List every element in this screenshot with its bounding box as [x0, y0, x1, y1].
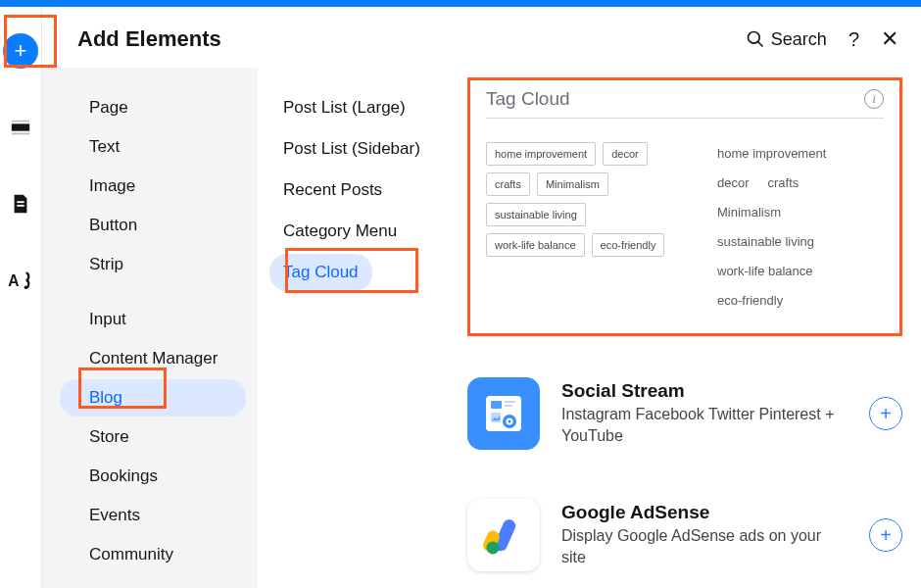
panel-title: Add Elements [77, 26, 221, 52]
tag-pill: sustainable living [486, 203, 586, 226]
google-adsense-icon [467, 499, 540, 571]
svg-rect-1 [12, 121, 29, 122]
app-card-social-stream: Social Stream Instagram Facebook Twitter… [467, 366, 902, 462]
svg-rect-10 [491, 401, 502, 409]
svg-point-6 [24, 286, 28, 290]
svg-rect-12 [505, 405, 512, 407]
rail-pages-button[interactable] [0, 183, 41, 224]
social-stream-icon [467, 377, 540, 450]
svg-point-16 [509, 420, 511, 423]
app-card-google-adsense: Google AdSense Display Google AdSense ad… [467, 487, 902, 583]
category-button[interactable]: Button [60, 207, 246, 244]
category-community[interactable]: Community [60, 536, 246, 573]
category-strip[interactable]: Strip [60, 246, 246, 283]
category-events[interactable]: Events [60, 497, 246, 534]
tag-pill: decor [603, 142, 648, 166]
rail-sections-button[interactable] [0, 107, 41, 148]
tag-pill: crafts [486, 172, 530, 196]
rail-add-button[interactable]: + [0, 30, 41, 72]
svg-line-8 [757, 42, 762, 47]
sections-icon [10, 117, 31, 138]
info-icon[interactable]: i [864, 89, 884, 109]
help-button[interactable]: ? [848, 28, 859, 51]
add-social-stream-button[interactable]: + [869, 397, 902, 430]
content-column: Tag Cloud i home improvementdecorcraftsM… [454, 68, 921, 588]
tag-pill: eco-friendly [592, 233, 665, 257]
close-button[interactable]: ✕ [881, 28, 898, 50]
tag-text: crafts [768, 172, 800, 194]
tag-text: home improvement [717, 142, 826, 165]
app-name: Google AdSense [561, 502, 848, 523]
rail-design-button[interactable]: A [0, 260, 41, 301]
app-desc: Instagram Facebook Twitter Pinterest + Y… [561, 404, 848, 446]
tag-pill: work-life balance [486, 233, 585, 257]
tag-text: eco-friendly [717, 289, 783, 312]
category-store[interactable]: Store [60, 418, 246, 456]
svg-rect-3 [17, 201, 24, 203]
category-bookings[interactable]: Bookings [60, 458, 246, 495]
svg-rect-0 [12, 123, 29, 130]
app-desc: Display Google AdSense ads on your site [561, 525, 848, 567]
category-column: PageTextImageButtonStrip InputContent Ma… [42, 68, 258, 588]
subcategory-recent-posts[interactable]: Recent Posts [269, 172, 396, 209]
tag-text: work-life balance [717, 260, 813, 282]
tag-text: decor [717, 172, 750, 194]
svg-text:A: A [8, 272, 19, 289]
svg-rect-2 [12, 133, 29, 135]
search-button[interactable]: Search [746, 29, 827, 50]
subcategory-post-list-large-[interactable]: Post List (Large) [269, 89, 419, 126]
panel-header: Add Elements Search ? ✕ [42, 7, 921, 68]
tag-cloud-preview-plain[interactable]: home improvementdecorcraftsMinimalismsus… [717, 142, 884, 312]
category-blog[interactable]: Blog [60, 379, 246, 416]
plus-icon: + [3, 33, 38, 69]
subcategory-post-list-sidebar-[interactable]: Post List (Sidebar) [269, 130, 434, 168]
top-accent-bar [0, 0, 921, 7]
page-icon [10, 193, 31, 215]
design-icon: A [7, 270, 34, 291]
left-rail: + A [0, 7, 41, 588]
tag-text: sustainable living [717, 230, 814, 253]
subcategory-column: Post List (Large)Post List (Sidebar)Rece… [258, 68, 454, 588]
app-name: Social Stream [561, 380, 848, 402]
svg-rect-11 [505, 401, 515, 403]
search-icon [746, 29, 765, 49]
category-content-manager[interactable]: Content Manager [60, 340, 246, 377]
tag-cloud-preview-bordered[interactable]: home improvementdecorcraftsMinimalismsus… [486, 142, 682, 312]
tag-text: Minimalism [717, 201, 781, 223]
subcategory-tag-cloud[interactable]: Tag Cloud [269, 254, 372, 291]
tag-pill: home improvement [486, 142, 596, 166]
category-page[interactable]: Page [60, 89, 246, 126]
svg-point-19 [487, 542, 500, 555]
tag-pill: Minimalism [537, 172, 608, 196]
subcategory-category-menu[interactable]: Category Menu [269, 213, 411, 250]
category-input[interactable]: Input [60, 301, 246, 338]
tag-cloud-section: Tag Cloud i home improvementdecorcraftsM… [467, 77, 902, 336]
svg-rect-4 [17, 205, 24, 207]
add-google-adsense-button[interactable]: + [869, 518, 902, 552]
category-image[interactable]: Image [60, 168, 246, 205]
section-title: Tag Cloud [486, 88, 570, 110]
search-label: Search [771, 29, 827, 50]
svg-point-7 [748, 32, 759, 44]
category-text[interactable]: Text [60, 128, 246, 166]
